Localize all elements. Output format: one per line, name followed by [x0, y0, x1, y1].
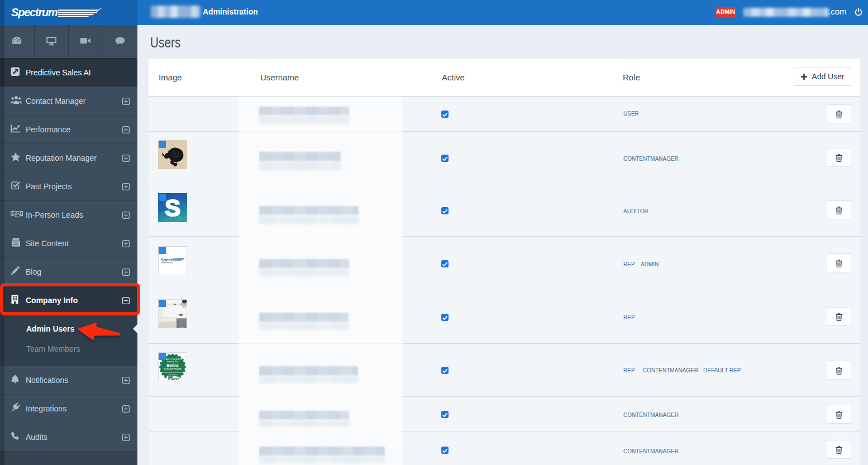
svg-text:Bekins: Bekins	[166, 363, 179, 367]
svg-text:SOUTH FLORIDA: SOUTH FLORIDA	[168, 373, 178, 375]
svg-text:of South Florida: of South Florida	[164, 367, 182, 370]
svg-text:February 2016: February 2016	[167, 361, 178, 363]
svg-text:HIGHEST CUSTOMER SATISFACTION: HIGHEST CUSTOMER SATISFACTION	[161, 372, 184, 373]
svg-text:S: S	[165, 195, 180, 221]
